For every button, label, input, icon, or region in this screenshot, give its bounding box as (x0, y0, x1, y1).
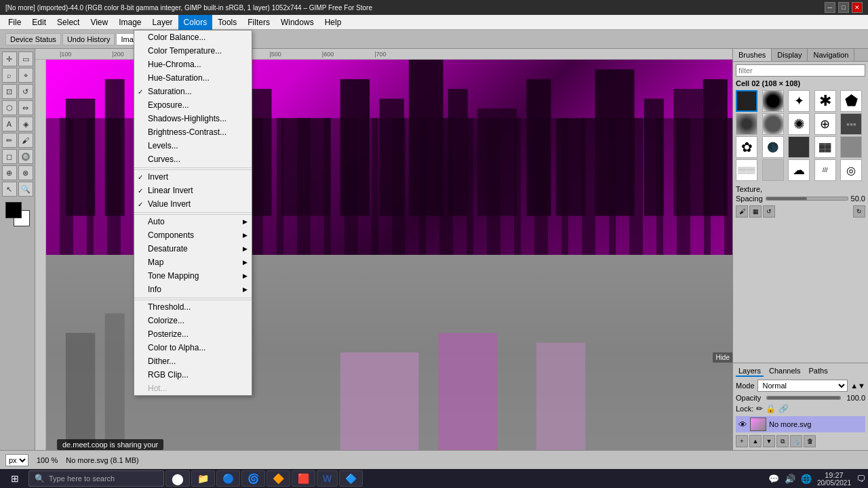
speaker-icon[interactable]: 🔊 (785, 474, 795, 484)
clock[interactable]: 19:27 20/05/2021 (817, 471, 851, 487)
menu-desaturate[interactable]: Desaturate (134, 242, 252, 256)
taskbar-app-app2[interactable]: 🟥 (292, 470, 315, 487)
brush-filter-input[interactable] (736, 64, 865, 77)
brush-cell-14[interactable]: ▓▓ (814, 136, 836, 158)
new-layer-button[interactable]: + (736, 435, 748, 447)
menu-map[interactable]: Map (134, 256, 252, 269)
brush-cell-18[interactable]: ☁ (788, 159, 810, 181)
refresh2-icon[interactable]: ↻ (853, 205, 865, 218)
tool-flip[interactable]: ⇔ (18, 100, 33, 115)
minimize-button[interactable]: ─ (825, 2, 835, 13)
paths-tab[interactable]: Paths (806, 366, 831, 377)
brush-cell-11[interactable]: ✿ (736, 136, 757, 158)
taskbar-app-browser1[interactable]: 🔵 (216, 470, 240, 487)
menu-rgb-clip[interactable]: RGB Clip... (134, 368, 252, 382)
menu-file[interactable]: File (3, 15, 26, 30)
layer-visibility-icon[interactable]: 👁 (738, 420, 747, 430)
menu-posterize[interactable]: Posterize... (134, 327, 252, 341)
brush-cell-8[interactable]: ✺ (788, 113, 810, 135)
duplicate-layer-button[interactable]: ⧉ (776, 435, 789, 447)
brush-cell-10[interactable]: ▪▪▪ (840, 113, 862, 135)
menu-layer[interactable]: Layer (147, 15, 178, 30)
tool-fuzzy[interactable]: ⌖ (18, 68, 33, 83)
menu-info[interactable]: Info (134, 283, 252, 296)
brush-cell-17[interactable] (762, 159, 784, 181)
brush-cell-20[interactable]: ◎ (840, 159, 862, 181)
menu-value-invert[interactable]: ✓Value Invert (134, 197, 252, 211)
menu-windows[interactable]: Windows (275, 15, 319, 30)
brush-cell-2[interactable] (762, 90, 784, 112)
brush-cell-6[interactable] (736, 113, 757, 135)
taskbar-app-app1[interactable]: 🔶 (267, 470, 290, 487)
taskbar-app-files[interactable]: 📁 (191, 470, 215, 487)
layer-item[interactable]: 👁 No more.svg (736, 416, 865, 432)
menu-hue-chroma[interactable]: Hue-Chroma... (134, 58, 252, 71)
tool-brush[interactable]: 🖌 (18, 133, 33, 148)
menu-view[interactable]: View (85, 15, 113, 30)
delete-layer-button[interactable]: 🗑 (804, 435, 816, 447)
refresh-icon[interactable]: ↺ (763, 205, 775, 218)
maximize-button[interactable]: □ (838, 2, 849, 13)
lock-position-icon[interactable]: 🔗 (778, 404, 789, 413)
brush-cell-4[interactable]: ✱ (814, 90, 836, 112)
tool-lasso[interactable]: ⌕ (2, 68, 17, 83)
menu-color-balance[interactable]: Color Balance... (134, 30, 252, 44)
tool-crop[interactable]: ⊡ (2, 84, 17, 99)
taskbar-app-app3[interactable]: 🔷 (339, 470, 363, 487)
unit-select[interactable]: px (5, 454, 28, 466)
menu-tone-mapping[interactable]: Tone Mapping (134, 269, 252, 283)
start-button[interactable]: ⊞ (3, 470, 27, 487)
menu-brightness-contrast[interactable]: Brightness-Contrast... (134, 125, 252, 139)
tool-rotate[interactable]: ↺ (18, 84, 33, 99)
lock-alpha-icon[interactable]: 🔒 (766, 404, 776, 413)
menu-levels[interactable]: Levels... (134, 139, 252, 152)
menu-hue-saturation[interactable]: Hue-Saturation... (134, 71, 252, 85)
tool-clone[interactable]: ⊕ (2, 165, 17, 180)
brush-cell-1[interactable] (736, 90, 757, 112)
hide-button[interactable]: Hide (713, 352, 732, 363)
menu-colors[interactable]: Colors (178, 15, 213, 30)
menu-tools[interactable]: Tools (212, 15, 242, 30)
menu-filters[interactable]: Filters (242, 15, 275, 30)
menu-shadows-highlights[interactable]: Shadows-Highlights... (134, 112, 252, 125)
menu-select[interactable]: Select (52, 15, 85, 30)
taskbar-app-word[interactable]: W (317, 470, 338, 487)
foreground-swatch[interactable] (5, 202, 22, 218)
action-center-icon[interactable]: 🗨 (856, 474, 865, 484)
anchor-layer-button[interactable]: ⚓ (790, 435, 802, 447)
menu-saturation[interactable]: ✓Saturation... (134, 85, 252, 98)
mode-select[interactable]: Normal (757, 380, 848, 392)
brush-cell-9[interactable]: ⊕ (814, 113, 836, 135)
taskbar-app-cortana[interactable]: ⬤ (165, 470, 190, 487)
tool-pencil[interactable]: ✏ (2, 133, 17, 148)
brush-cell-15[interactable] (840, 136, 862, 158)
undo-history-tab[interactable]: Undo History (62, 33, 115, 45)
tool-rect-select[interactable]: ▭ (18, 52, 33, 66)
lock-pixels-icon[interactable]: ✏ (756, 404, 763, 413)
brush-cell-12[interactable]: 🌑 (762, 136, 784, 158)
display-tab[interactable]: Display (772, 49, 808, 61)
taskbar-search-bar[interactable]: 🔍 Type here to search (28, 470, 164, 487)
close-button[interactable]: ✕ (852, 2, 863, 13)
menu-colorize[interactable]: Colorize... (134, 314, 252, 327)
menu-threshold[interactable]: Threshold... (134, 300, 252, 314)
brush-cell-7[interactable] (762, 113, 784, 135)
navigation-tab[interactable]: Navigation (808, 49, 854, 61)
brushes-tab[interactable]: Brushes (733, 49, 772, 61)
tool-heal[interactable]: ⊗ (18, 165, 33, 180)
paint-icon[interactable]: 🖌 (736, 205, 748, 218)
brush-cell-13[interactable] (788, 136, 810, 158)
tool-zoom[interactable]: 🔍 (18, 182, 33, 197)
brush-cell-3[interactable]: ✦ (788, 90, 810, 112)
menu-curves[interactable]: Curves... (134, 152, 252, 166)
menu-linear-invert[interactable]: ✓Linear Invert (134, 184, 252, 197)
tool-text[interactable]: A (2, 117, 17, 131)
tool-fill[interactable]: ◈ (18, 117, 33, 131)
notification-icon[interactable]: 💬 (768, 474, 779, 484)
tool-perspective[interactable]: ⬡ (2, 100, 17, 115)
menu-color-temperature[interactable]: Color Temperature... (134, 44, 252, 58)
brush-cell-5[interactable]: ⬟ (840, 90, 862, 112)
brush-cell-19[interactable]: /// (814, 159, 836, 181)
move-layer-up-button[interactable]: ▲ (749, 435, 762, 447)
menu-image[interactable]: Image (113, 15, 146, 30)
